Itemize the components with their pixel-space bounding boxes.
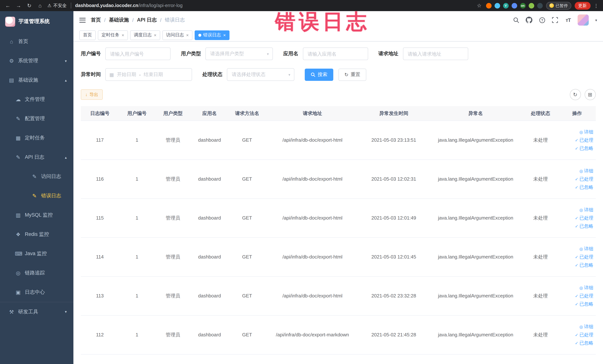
eye-icon: ◎ xyxy=(580,130,583,134)
sidebar-item[interactable]: ✎访问日志 xyxy=(0,167,73,186)
reset-button[interactable]: ↻ 重置 xyxy=(338,69,366,81)
cell-user_id: 1 xyxy=(119,137,155,143)
action-label: 已忽略 xyxy=(580,185,593,190)
font-size-icon[interactable]: тT xyxy=(565,17,571,23)
sidebar-item[interactable]: ✎配置管理 xyxy=(0,109,73,128)
action-processed-link[interactable]: ✓已处理 xyxy=(560,292,593,300)
column-header: 异常发生时间 xyxy=(359,110,429,117)
request-url-input[interactable] xyxy=(403,47,468,60)
avatar[interactable] xyxy=(578,14,589,26)
cell-exception: java.lang.IllegalArgumentException xyxy=(429,293,522,299)
tab-item[interactable]: 首页 xyxy=(79,30,96,40)
action-detail-link[interactable]: ◎详细 xyxy=(560,245,593,253)
refresh-table-icon[interactable]: ↻ xyxy=(570,89,581,100)
action-processed-link[interactable]: ✓已处理 xyxy=(560,214,593,222)
sidebar-item[interactable]: ❖Redis 监控 xyxy=(0,225,73,244)
cell-user_type: 管理员 xyxy=(155,137,191,143)
breadcrumb-item[interactable]: 首页 xyxy=(91,17,101,23)
tab-item[interactable]: 定时任务× xyxy=(98,30,128,40)
ext-leaf-icon[interactable] xyxy=(529,3,534,8)
svg-text:?: ? xyxy=(541,18,543,22)
infra-icon: ▤ xyxy=(8,77,15,83)
action-detail-link[interactable]: ◎详细 xyxy=(560,284,593,292)
ext-blue-grid-icon[interactable] xyxy=(511,3,517,8)
sidebar-item[interactable]: ⚙系统管理▾ xyxy=(0,51,73,70)
user-id-input[interactable] xyxy=(105,47,171,60)
action-processed-link[interactable]: ✓已处理 xyxy=(560,331,593,339)
action-detail-link[interactable]: ◎详细 xyxy=(560,167,593,175)
tab-item[interactable]: 调度日志× xyxy=(130,30,160,40)
sidebar-item[interactable]: ◎链路追踪 xyxy=(0,263,73,282)
action-ignored-link[interactable]: ✓已忽略 xyxy=(560,300,593,308)
export-button[interactable]: ↓ 导出 xyxy=(81,89,103,100)
action-detail-link[interactable]: ◎详细 xyxy=(560,128,593,136)
search-button[interactable]: 搜索 xyxy=(305,69,333,81)
forward-icon[interactable]: → xyxy=(15,0,22,11)
action-ignored-link[interactable]: ✓已忽略 xyxy=(560,183,593,191)
ext-onetab-icon[interactable]: on xyxy=(520,3,525,8)
filter-app-name: 应用名 xyxy=(283,47,368,60)
security-chip[interactable]: ⚠ 不安全 xyxy=(47,2,67,9)
logo-row[interactable]: 芋道管理系统 xyxy=(0,11,73,32)
ext-drop-icon[interactable] xyxy=(494,3,500,8)
bookmark-star-icon[interactable]: ☆ xyxy=(476,0,483,11)
user-type-select[interactable]: 请选择用户类型 ▾ xyxy=(205,47,273,60)
close-icon[interactable]: × xyxy=(122,33,124,38)
close-icon[interactable]: × xyxy=(186,33,189,38)
chevron-down-icon[interactable]: ▾ xyxy=(595,18,597,22)
ext-orange-icon[interactable] xyxy=(486,3,491,8)
address-bar[interactable]: dashboard.yudao.iocoder.cn/infra/log/api… xyxy=(75,3,183,8)
help-icon[interactable]: ? xyxy=(539,17,545,23)
breadcrumb-item[interactable]: API 日志 xyxy=(137,17,157,23)
sidebar-item[interactable]: ⌂首页 xyxy=(0,32,73,51)
process-status-select[interactable]: 请选择处理状态 ▾ xyxy=(227,68,294,81)
date-range-picker[interactable]: ▦ 开始日期 - 结束日期 xyxy=(105,68,192,81)
action-processed-link[interactable]: ✓已处理 xyxy=(560,136,593,144)
sidebar-item[interactable]: ✎API 日志▴ xyxy=(0,148,73,167)
update-button[interactable]: 更新 xyxy=(574,2,590,10)
action-processed-link[interactable]: ✓已处理 xyxy=(560,253,593,261)
column-settings-icon[interactable]: ⊞ xyxy=(584,89,596,100)
search-icon[interactable] xyxy=(513,17,520,23)
github-icon[interactable] xyxy=(526,17,533,23)
paused-badge[interactable]: 已暂停 xyxy=(546,2,571,10)
browser-home-icon[interactable]: ⌂ xyxy=(37,0,43,11)
hamburger-icon[interactable] xyxy=(79,18,86,23)
url-host: dashboard.yudao.iocoder.cn xyxy=(75,3,138,8)
close-icon[interactable]: × xyxy=(154,33,156,38)
sidebar-item[interactable]: ▥MySQL 监控 xyxy=(0,205,73,225)
cell-url: /api/infra/db-doc/export-html xyxy=(266,293,359,299)
breadcrumb-item[interactable]: 基础设施 xyxy=(109,17,129,23)
sidebar-item[interactable]: ✎错误日志 xyxy=(0,186,73,205)
devtools-icon: ⚒ xyxy=(8,309,15,315)
cell-status: 未处理 xyxy=(522,331,558,338)
reload-icon[interactable]: ↻ xyxy=(26,0,33,11)
download-icon: ↓ xyxy=(85,92,88,97)
app-name-input[interactable] xyxy=(303,47,368,60)
sidebar-item[interactable]: ⚒研发工具▾ xyxy=(0,302,73,321)
action-detail-link[interactable]: ◎详细 xyxy=(560,323,593,331)
sidebar-item[interactable]: ▤基础设施▴ xyxy=(0,70,73,90)
tab-active[interactable]: 错误日志× xyxy=(195,30,230,40)
api-log-icon: ✎ xyxy=(15,154,22,160)
back-icon[interactable]: ← xyxy=(4,0,11,11)
fullscreen-icon[interactable] xyxy=(552,17,558,23)
sidebar-item[interactable]: ☁文件管理 xyxy=(0,90,73,109)
action-ignored-link[interactable]: ✓已忽略 xyxy=(560,222,593,230)
sidebar-item-label: 日志中心 xyxy=(25,289,45,295)
sidebar-item[interactable]: ▦定时任务 xyxy=(0,128,73,148)
tab-item[interactable]: 访问日志× xyxy=(162,30,192,40)
action-ignored-link[interactable]: ✓已忽略 xyxy=(560,144,593,153)
browser-menu-icon[interactable]: ⋮ xyxy=(594,3,599,8)
sidebar-item[interactable]: ⌨Java 监控 xyxy=(0,244,73,263)
cell-user_id: 1 xyxy=(119,293,155,299)
action-ignored-link[interactable]: ✓已忽略 xyxy=(560,261,593,269)
action-detail-link[interactable]: ◎详细 xyxy=(560,206,593,214)
sidebar-item[interactable]: ▣日志中心 xyxy=(0,282,73,302)
ext-paw-icon[interactable] xyxy=(537,3,543,8)
action-processed-link[interactable]: ✓已处理 xyxy=(560,175,593,183)
action-ignored-link[interactable]: ✓已忽略 xyxy=(560,339,593,347)
security-label: 不安全 xyxy=(53,2,67,9)
ext-green-v-icon[interactable]: V xyxy=(503,3,509,8)
close-icon[interactable]: × xyxy=(223,33,226,38)
